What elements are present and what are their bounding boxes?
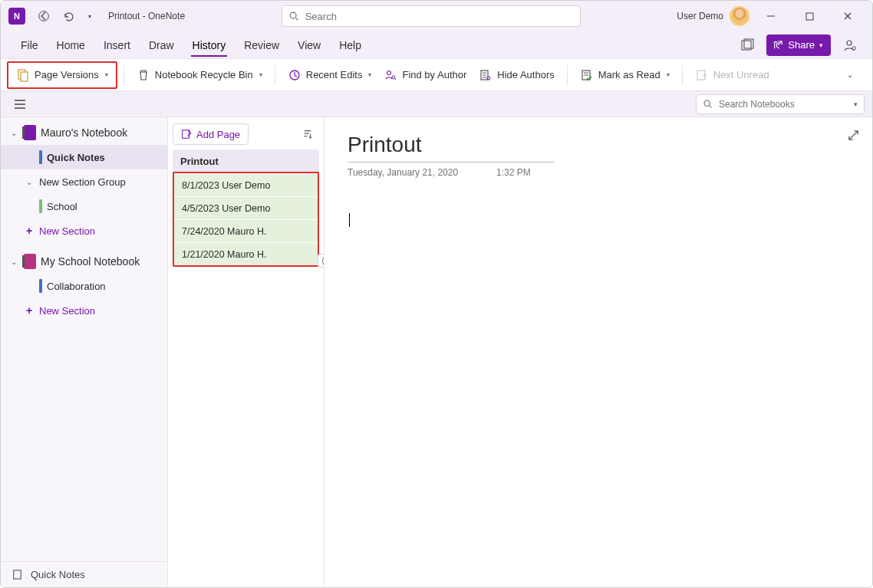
person-icon — [843, 38, 857, 52]
section-row[interactable]: School — [1, 194, 167, 218]
page-version-item[interactable]: 7/24/2020 Mauro H. — [174, 219, 318, 242]
sort-pages-button[interactable] — [296, 123, 319, 146]
undo-button[interactable] — [58, 5, 79, 27]
window-maximize[interactable] — [792, 4, 826, 28]
menu-help[interactable]: Help — [330, 34, 371, 56]
hide-authors-button[interactable]: Hide Authors — [473, 63, 560, 87]
global-search[interactable] — [282, 5, 581, 27]
menu-history[interactable]: History — [183, 34, 236, 56]
global-search-input[interactable] — [304, 10, 574, 23]
mark-read-icon — [580, 68, 594, 82]
chevron-down-icon: ▾ — [368, 71, 371, 78]
ribbon-expand-button[interactable]: ⌄ — [838, 64, 861, 87]
share-button[interactable]: Share ▾ — [766, 34, 831, 56]
section-row[interactable]: Collaboration — [1, 274, 167, 298]
page-version-item[interactable]: 4/5/2023 User Demo — [174, 196, 318, 219]
window-close[interactable] — [831, 4, 865, 28]
chevron-down-icon: ⌄ — [847, 71, 853, 79]
page-versions-label: Page Versions — [35, 69, 99, 80]
section-row[interactable]: Quick Notes — [1, 145, 167, 169]
page-canvas[interactable]: Printout Tuesday, January 21, 2020 1:32 … — [324, 117, 872, 587]
new-section-button[interactable]: +New Section — [1, 218, 167, 243]
section-color-icon — [39, 150, 42, 164]
window-title: Printout - OneNote — [108, 11, 185, 21]
chevron-down-icon: ▾ — [105, 71, 108, 78]
new-section-label: New Section — [39, 225, 95, 237]
page-version-item[interactable]: 8/1/2023 User Demo — [174, 173, 318, 196]
plus-icon: + — [24, 304, 35, 317]
open-in-browser-button[interactable] — [736, 34, 759, 57]
notebook-row[interactable]: ⌄My School Notebook — [1, 249, 167, 274]
search-icon — [288, 11, 299, 21]
chevron-down-icon[interactable]: ⌄ — [8, 258, 19, 266]
notebook-tree: ⌄Mauro's NotebookQuick Notes⌄New Section… — [1, 117, 168, 587]
notebook-icon — [24, 254, 36, 269]
redo-dropdown[interactable]: ▾ — [82, 5, 97, 27]
menu-view[interactable]: View — [288, 34, 330, 56]
chevron-down-icon[interactable]: ⌄ — [8, 129, 19, 137]
search-notebooks-input[interactable] — [717, 98, 849, 110]
svg-point-0 — [39, 11, 49, 21]
new-section-button[interactable]: +New Section — [1, 298, 167, 323]
page-version-item[interactable]: 1/21/2020 Mauro H. — [174, 242, 318, 265]
secondary-bar: ▾ — [1, 91, 872, 117]
search-notebooks[interactable]: ▾ — [696, 94, 865, 114]
back-button[interactable] — [33, 5, 54, 27]
svg-point-11 — [392, 76, 395, 79]
hide-authors-label: Hide Authors — [497, 69, 554, 80]
hamburger-icon — [14, 99, 26, 110]
chevron-down-icon[interactable]: ⌄ — [24, 178, 35, 186]
share-label: Share — [788, 39, 815, 51]
next-unread-icon — [695, 68, 709, 82]
account-manager-button[interactable] — [838, 34, 861, 57]
notebook-icon — [24, 125, 36, 140]
menu-review[interactable]: Review — [235, 34, 288, 56]
notebook-row[interactable]: ⌄Mauro's Notebook — [1, 120, 167, 145]
ribbon: Page Versions ▾ Notebook Recycle Bin ▾ R… — [1, 59, 872, 91]
page-versions-button[interactable]: Page Versions ▾ — [10, 63, 114, 87]
hamburger-button[interactable] — [8, 93, 31, 116]
add-page-button[interactable]: Add Page — [173, 123, 249, 145]
svg-point-5 — [847, 41, 852, 45]
recycle-bin-label: Notebook Recycle Bin — [155, 69, 253, 80]
page-item-current[interactable]: Printout — [173, 149, 319, 172]
minimize-icon — [766, 11, 776, 21]
page-date: Tuesday, January 21, 2020 — [348, 167, 458, 178]
menu-draw[interactable]: Draw — [140, 34, 183, 56]
plus-icon: + — [24, 225, 35, 237]
section-group-row[interactable]: ⌄New Section Group — [1, 169, 167, 194]
page-title[interactable]: Printout — [348, 131, 555, 163]
quick-notes-footer[interactable]: Quick Notes — [1, 561, 167, 587]
section-label: Quick Notes — [47, 152, 105, 163]
recycle-bin-button[interactable]: Notebook Recycle Bin ▾ — [130, 63, 268, 87]
svg-rect-18 — [183, 130, 189, 139]
person-search-icon — [384, 68, 397, 82]
mark-as-read-label: Mark as Read — [598, 69, 661, 80]
recent-edits-button[interactable]: Recent Edits ▾ — [282, 63, 378, 87]
svg-rect-17 — [14, 570, 21, 579]
menu-home[interactable]: Home — [48, 34, 94, 56]
mark-as-read-button[interactable]: Mark as Read ▾ — [574, 63, 676, 87]
notebook-label: My School Notebook — [41, 255, 140, 268]
user-avatar[interactable] — [730, 6, 749, 26]
menubar: FileHomeInsertDrawHistoryReviewViewHelp … — [1, 31, 872, 59]
section-group-label: New Section Group — [39, 176, 126, 188]
next-unread-label: Next Unread — [713, 69, 769, 80]
search-icon — [703, 99, 713, 109]
menu-insert[interactable]: Insert — [94, 34, 140, 56]
hide-authors-icon — [479, 68, 493, 82]
expand-page-button[interactable] — [842, 123, 865, 146]
text-caret — [349, 213, 350, 227]
clock-icon — [288, 68, 301, 82]
menu-file[interactable]: File — [12, 34, 48, 56]
svg-rect-2 — [806, 13, 813, 20]
window-minimize[interactable] — [754, 4, 788, 28]
chevron-down-icon: ▾ — [667, 71, 670, 78]
arrow-left-icon — [38, 10, 50, 22]
onenote-app-icon: N — [8, 8, 25, 25]
svg-point-10 — [387, 71, 391, 74]
find-by-author-button[interactable]: Find by Author — [377, 63, 473, 87]
chevron-down-icon[interactable]: ▾ — [854, 100, 858, 108]
expand-icon — [848, 130, 859, 141]
chevron-down-icon: ▾ — [88, 13, 91, 20]
